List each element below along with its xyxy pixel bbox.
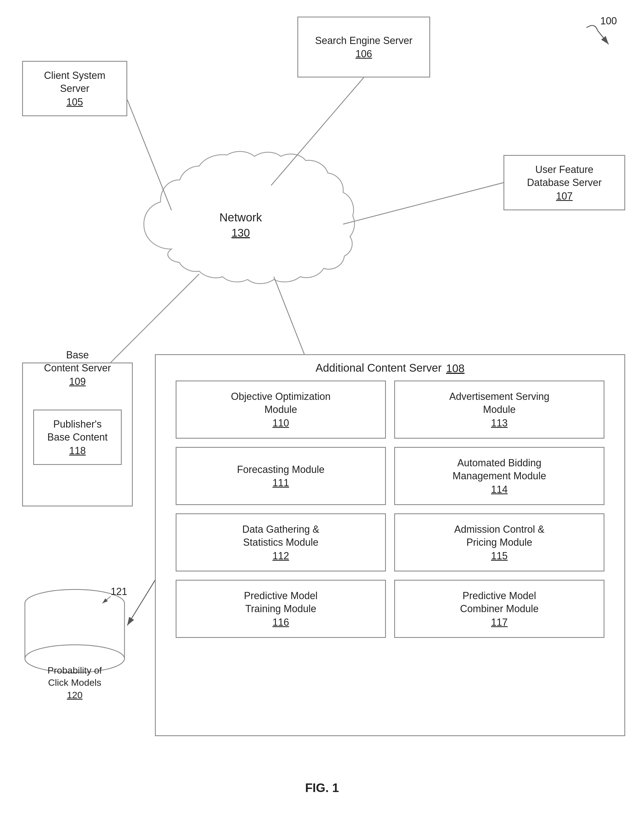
publishers-base-content-num: 118: [69, 445, 86, 456]
pred-model-train-title: Predictive ModelTraining Module: [244, 590, 318, 615]
additional-content-server-num: 108: [446, 362, 465, 375]
client-system-server-title: Client SystemServer: [44, 69, 105, 95]
auto-bidding-module-box: Automated BiddingManagement Module 114: [394, 447, 605, 505]
base-content-server-num: 109: [69, 376, 86, 387]
additional-content-server-title: Additional Content Server: [316, 361, 442, 375]
additional-content-server-box: Additional Content Server 108 Objective …: [155, 354, 625, 736]
admission-control-title: Admission Control &Pricing Module: [454, 523, 544, 549]
pred-model-train-num: 116: [273, 616, 289, 628]
obj-opt-module-box: Objective OptimizationModule 110: [175, 381, 386, 439]
client-system-server-box: Client SystemServer 105: [22, 61, 127, 116]
user-feature-db-title: User FeatureDatabase Server: [527, 163, 602, 189]
svg-line-3: [271, 77, 364, 185]
base-content-server-title: BaseContent Server: [44, 349, 111, 375]
network-label: Network: [219, 211, 262, 224]
auto-bidding-title: Automated BiddingManagement Module: [453, 456, 546, 483]
ref-100: 100: [600, 15, 617, 27]
publishers-base-content-title: Publisher'sBase Content: [47, 418, 108, 444]
svg-text:121: 121: [111, 586, 127, 597]
svg-line-2: [127, 100, 171, 210]
base-content-server-box: BaseContent Server 109 Publisher'sBase C…: [22, 362, 133, 507]
pred-model-comb-title: Predictive ModelCombiner Module: [460, 590, 539, 615]
prob-click-db: 121: [17, 581, 133, 675]
svg-line-4: [343, 183, 503, 224]
adv-serving-module-box: Advertisement ServingModule 113: [394, 381, 605, 439]
pred-model-comb-num: 117: [491, 616, 508, 628]
pred-model-comb-module-box: Predictive ModelCombiner Module 117: [394, 580, 605, 638]
diagram: Network 130 100 Search Engine Server 106…: [0, 0, 644, 828]
fig-caption: FIG. 1: [0, 781, 644, 795]
admission-control-module-box: Admission Control &Pricing Module 115: [394, 513, 605, 571]
user-feature-db-box: User FeatureDatabase Server 107: [503, 155, 625, 210]
search-engine-server-box: Search Engine Server 106: [298, 17, 430, 77]
auto-bidding-num: 114: [491, 484, 508, 496]
client-system-server-num: 105: [66, 96, 83, 108]
user-feature-db-num: 107: [556, 190, 573, 202]
pred-model-train-module-box: Predictive ModelTraining Module 116: [175, 580, 386, 638]
network-num: 130: [232, 227, 250, 239]
forecasting-num: 111: [273, 477, 289, 489]
network-cloud: Network 130: [144, 151, 355, 284]
adv-serving-num: 113: [491, 417, 508, 429]
data-gathering-title: Data Gathering &Statistics Module: [242, 523, 319, 549]
obj-opt-num: 110: [273, 417, 289, 429]
search-engine-server-num: 106: [356, 48, 372, 60]
prob-click-label: Probability ofClick Models 120: [17, 664, 133, 700]
svg-line-5: [111, 274, 199, 362]
svg-line-6: [274, 277, 304, 354]
publishers-base-content-box: Publisher'sBase Content 118: [33, 409, 122, 465]
forecasting-title: Forecasting Module: [237, 463, 324, 476]
admission-control-num: 115: [491, 550, 508, 562]
data-gathering-num: 112: [273, 550, 289, 562]
adv-serving-title: Advertisement ServingModule: [449, 390, 549, 416]
data-gathering-module-box: Data Gathering &Statistics Module 112: [175, 513, 386, 571]
forecasting-module-box: Forecasting Module 111: [175, 447, 386, 505]
obj-opt-title: Objective OptimizationModule: [231, 390, 331, 416]
search-engine-server-title: Search Engine Server: [315, 34, 412, 47]
